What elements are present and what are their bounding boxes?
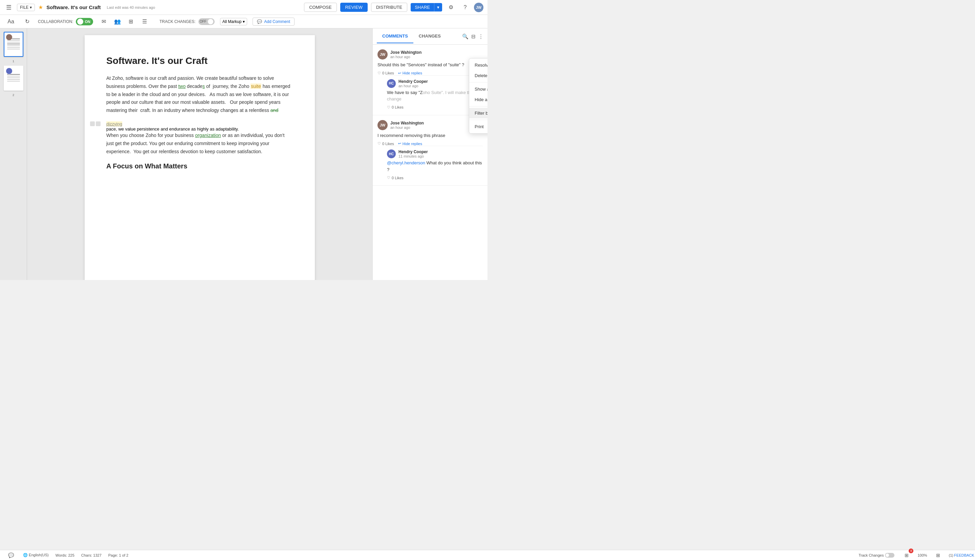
track-changes-toggle[interactable]: OFF bbox=[198, 18, 215, 25]
page-thumb-label-2: 2 bbox=[13, 93, 14, 97]
reply-1-header: HC Hendry Cooper an hour ago bbox=[387, 79, 483, 88]
reply-1-avatar: HC bbox=[387, 79, 396, 88]
strikethrough-and: and bbox=[271, 108, 278, 113]
collab-icons: ✉ 👥 ⊞ ☰ bbox=[99, 16, 150, 27]
comment-1-like[interactable]: ♡ 0 Likes bbox=[378, 71, 394, 75]
comment-2-actions: ♡ 0 Likes ↩ Hide replies bbox=[378, 142, 483, 146]
document-subheading: A Focus on What Matters bbox=[106, 162, 293, 170]
reply-2-time: 11 minutes ago bbox=[398, 154, 428, 158]
collaboration-toggle[interactable]: ON bbox=[76, 18, 93, 25]
document-heading: Software. It's our Craft bbox=[106, 55, 293, 66]
comment-1-meta: Jose Wahington an hour ago bbox=[390, 50, 421, 59]
highlight-suite: suite bbox=[251, 83, 261, 89]
comment-2-hide-replies[interactable]: ↩ Hide replies bbox=[398, 142, 422, 146]
comment-1-hide-replies[interactable]: ↩ Hide replies bbox=[398, 71, 422, 75]
comment-1-header: JW Jose Wahington an hour ago bbox=[378, 49, 483, 60]
page-thumbnails-panel: 1 2 bbox=[0, 28, 27, 280]
ctx-filter-author[interactable]: Filter by author › bbox=[469, 108, 487, 118]
view-icon[interactable]: ⊞ bbox=[125, 16, 136, 27]
reply-text-truncated: oho Suite". I will make that change bbox=[387, 90, 474, 102]
reply-2-author: Hendry Cooper bbox=[398, 150, 428, 154]
track-label: TRACK CHANGES: bbox=[159, 19, 196, 24]
compose-button[interactable]: COMPOSE bbox=[304, 3, 336, 12]
add-comment-button[interactable]: 💬 Add Comment bbox=[253, 18, 294, 26]
markup-label: All Markup bbox=[222, 19, 242, 24]
page-thumb-label-1: 1 bbox=[13, 60, 14, 63]
document-paragraph-1: At Zoho, software is our craft and passi… bbox=[106, 74, 293, 115]
favorite-icon[interactable]: ★ bbox=[38, 4, 43, 10]
ctx-resolve-all[interactable]: Resolve all bbox=[469, 60, 487, 70]
mention: @cheryl.henderson bbox=[387, 160, 425, 165]
reply-2-avatar: HC bbox=[387, 150, 396, 158]
comment-1-actions: ♡ 0 Likes ↩ Hide replies bbox=[378, 71, 483, 75]
ctx-hide-replies[interactable]: Hide all replies bbox=[469, 94, 487, 105]
ctx-delete-all[interactable]: Delete all bbox=[469, 70, 487, 81]
highlight-organization: organization bbox=[195, 133, 221, 138]
marker-icon-2 bbox=[96, 122, 100, 126]
reply-1-like[interactable]: ♡ 0 Likes bbox=[387, 105, 403, 110]
ctx-separator-2 bbox=[469, 106, 487, 107]
reply-1-time: an hour ago bbox=[398, 84, 428, 88]
markup-select[interactable]: All Markup ▾ bbox=[220, 18, 248, 25]
distribute-button[interactable]: DISTRIBUTE bbox=[371, 3, 407, 12]
comment-icon: 💬 bbox=[257, 19, 262, 24]
reply-2-actions: ♡ 0 Likes bbox=[387, 175, 483, 180]
tab-changes[interactable]: CHANGES bbox=[413, 29, 446, 43]
share-button[interactable]: SHARE ▾ bbox=[411, 3, 442, 12]
comment-1-text: Should this be "Services" instead of "su… bbox=[378, 62, 483, 68]
collab-on-label: ON bbox=[85, 20, 92, 24]
reply-2-text: @cheryl.henderson What do you think abou… bbox=[387, 160, 483, 173]
file-menu-button[interactable]: FILE ▾ bbox=[17, 4, 35, 11]
email-icon[interactable]: ✉ bbox=[99, 16, 109, 27]
comment-2-time: an hour ago bbox=[390, 125, 424, 130]
review-button[interactable]: REVIEW bbox=[340, 3, 368, 12]
comment-1-avatar: JW bbox=[378, 49, 388, 60]
comment-1-author: Jose Wahington bbox=[390, 50, 421, 55]
thumb-avatar-1 bbox=[6, 34, 13, 41]
comment-2-like[interactable]: ♡ 0 Likes bbox=[378, 142, 394, 146]
thumb-lines-2 bbox=[7, 74, 20, 83]
reply-2-meta: Hendry Cooper 11 minutes ago bbox=[398, 150, 428, 158]
reply-1-actions: ♡ 0 Likes bbox=[387, 105, 483, 110]
list-icon[interactable]: ☰ bbox=[139, 16, 150, 27]
document-paragraph-2: When you choose Zoho for your business o… bbox=[106, 132, 293, 155]
tab-comments[interactable]: COMMENTS bbox=[377, 29, 413, 43]
more-panel-icon[interactable]: ⋮ bbox=[478, 33, 483, 40]
spellcheck-icon[interactable]: Aa bbox=[5, 16, 16, 27]
reply-2-like[interactable]: ♡ 0 Likes bbox=[387, 175, 403, 180]
comment-2-text: I recommend removing this phrase bbox=[378, 132, 483, 139]
hamburger-button[interactable]: ☰ bbox=[4, 3, 13, 12]
user-avatar[interactable]: JW bbox=[474, 3, 483, 12]
ctx-show-replies[interactable]: Show all replies bbox=[469, 84, 487, 94]
file-label: FILE bbox=[20, 5, 28, 10]
track-changes-section: TRACK CHANGES: OFF bbox=[159, 18, 215, 25]
share-label: SHARE bbox=[411, 3, 434, 12]
settings-button[interactable]: ⚙ bbox=[445, 2, 457, 13]
document-area: Software. It's our Craft At Zoho, softwa… bbox=[27, 28, 372, 280]
file-caret-icon: ▾ bbox=[30, 5, 32, 10]
sidebar-marker bbox=[90, 122, 100, 126]
menu-icon: ☰ bbox=[6, 4, 12, 11]
page-thumbnail-1[interactable] bbox=[4, 32, 23, 57]
secondary-toolbar: Aa ↻ COLLABORATION: ON ✉ 👥 ⊞ ☰ TRACK CHA… bbox=[0, 15, 487, 28]
thumb-avatar-2 bbox=[6, 68, 13, 74]
help-button[interactable]: ? bbox=[460, 2, 471, 13]
collab-label: COLLABORATION: bbox=[38, 19, 73, 24]
users-icon[interactable]: 👥 bbox=[112, 16, 123, 27]
marker-icon-1 bbox=[90, 122, 95, 126]
add-comment-label: Add Comment bbox=[264, 19, 290, 24]
refresh-icon[interactable]: ↻ bbox=[22, 16, 32, 27]
document-page: Software. It's our Craft At Zoho, softwa… bbox=[85, 35, 315, 280]
comment-thread-2-reply: HC Hendry Cooper 11 minutes ago @cheryl.… bbox=[387, 146, 483, 182]
filter-panel-icon[interactable]: ⊟ bbox=[471, 33, 476, 40]
reply-1-text: We have to say "Zoho Suite". I will make… bbox=[387, 89, 483, 102]
page-thumbnail-2[interactable] bbox=[4, 66, 23, 91]
search-panel-icon[interactable]: 🔍 bbox=[462, 33, 468, 40]
comment-1-time: an hour ago bbox=[390, 55, 421, 59]
right-panel: COMMENTS CHANGES 🔍 ⊟ ⋮ JW Jose Wahington… bbox=[372, 28, 487, 280]
track-off-label: OFF bbox=[200, 20, 207, 23]
ctx-print[interactable]: Print bbox=[469, 122, 487, 132]
share-caret-icon[interactable]: ▾ bbox=[434, 3, 442, 12]
main-layout: 1 2 Software. It's our Craft At Zoho, so… bbox=[0, 28, 487, 280]
document-title: Software. It's our Craft bbox=[46, 4, 100, 10]
